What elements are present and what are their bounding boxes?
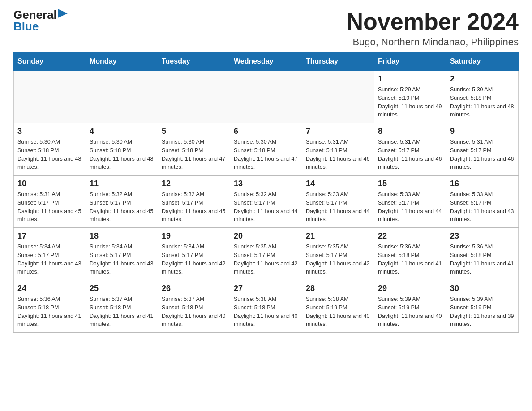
day-info: Sunrise: 5:30 AM Sunset: 5:18 PM Dayligh… [450,86,515,119]
calendar-cell: 12Sunrise: 5:32 AM Sunset: 5:17 PM Dayli… [158,176,230,228]
calendar-cell: 11Sunrise: 5:32 AM Sunset: 5:17 PM Dayli… [86,176,158,228]
calendar-cell [230,70,302,123]
day-number: 26 [162,284,226,293]
day-number: 24 [17,284,82,293]
day-number: 21 [306,231,370,241]
calendar-week-row: 3Sunrise: 5:30 AM Sunset: 5:18 PM Daylig… [14,123,519,176]
calendar-cell: 28Sunrise: 5:38 AM Sunset: 5:19 PM Dayli… [302,280,374,333]
calendar-week-row: 10Sunrise: 5:31 AM Sunset: 5:17 PM Dayli… [14,176,519,228]
calendar-cell: 18Sunrise: 5:34 AM Sunset: 5:17 PM Dayli… [86,228,158,280]
calendar-header-friday: Friday [374,53,446,71]
day-number: 17 [17,231,82,241]
calendar-cell: 21Sunrise: 5:35 AM Sunset: 5:17 PM Dayli… [302,228,374,280]
calendar-cell: 1Sunrise: 5:29 AM Sunset: 5:19 PM Daylig… [374,70,446,123]
page-title: November 2024 [347,9,519,34]
calendar-cell: 17Sunrise: 5:34 AM Sunset: 5:17 PM Dayli… [14,228,86,280]
calendar-cell: 26Sunrise: 5:37 AM Sunset: 5:18 PM Dayli… [158,280,230,333]
calendar-cell: 25Sunrise: 5:37 AM Sunset: 5:18 PM Dayli… [86,280,158,333]
calendar-cell: 24Sunrise: 5:36 AM Sunset: 5:18 PM Dayli… [14,280,86,333]
day-info: Sunrise: 5:31 AM Sunset: 5:18 PM Dayligh… [306,138,370,171]
logo-general-text: General [13,9,57,21]
calendar-cell [14,70,86,123]
day-number: 6 [234,127,298,136]
calendar-header-monday: Monday [86,53,158,71]
calendar-header-wednesday: Wednesday [230,53,302,71]
calendar-cell: 20Sunrise: 5:35 AM Sunset: 5:17 PM Dayli… [230,228,302,280]
day-info: Sunrise: 5:34 AM Sunset: 5:17 PM Dayligh… [162,243,226,276]
day-number: 8 [378,127,442,136]
day-number: 15 [378,179,442,188]
day-number: 13 [234,179,298,188]
day-number: 14 [306,179,370,188]
calendar-cell: 30Sunrise: 5:39 AM Sunset: 5:19 PM Dayli… [446,280,518,333]
calendar-cell: 23Sunrise: 5:36 AM Sunset: 5:18 PM Dayli… [446,228,518,280]
calendar-cell [158,70,230,123]
calendar-cell: 16Sunrise: 5:33 AM Sunset: 5:17 PM Dayli… [446,176,518,228]
day-number: 1 [378,74,442,84]
calendar-cell [86,70,158,123]
day-number: 18 [90,231,154,241]
day-number: 11 [90,179,154,188]
day-number: 25 [90,284,154,293]
day-number: 9 [450,127,515,136]
day-number: 28 [306,284,370,293]
day-info: Sunrise: 5:37 AM Sunset: 5:18 PM Dayligh… [162,295,226,329]
day-number: 16 [450,179,515,188]
day-info: Sunrise: 5:31 AM Sunset: 5:17 PM Dayligh… [450,138,515,171]
calendar-cell [302,70,374,123]
day-number: 3 [17,127,82,136]
day-info: Sunrise: 5:35 AM Sunset: 5:17 PM Dayligh… [306,243,370,276]
day-info: Sunrise: 5:37 AM Sunset: 5:18 PM Dayligh… [90,295,154,329]
calendar-cell: 15Sunrise: 5:33 AM Sunset: 5:17 PM Dayli… [374,176,446,228]
page-subtitle: Bugo, Northern Mindanao, Philippines [347,36,519,48]
day-info: Sunrise: 5:34 AM Sunset: 5:17 PM Dayligh… [17,243,82,276]
day-info: Sunrise: 5:35 AM Sunset: 5:17 PM Dayligh… [234,243,298,276]
calendar-cell: 10Sunrise: 5:31 AM Sunset: 5:17 PM Dayli… [14,176,86,228]
day-info: Sunrise: 5:36 AM Sunset: 5:18 PM Dayligh… [378,243,442,276]
day-info: Sunrise: 5:39 AM Sunset: 5:19 PM Dayligh… [450,295,515,329]
day-number: 23 [450,231,515,241]
calendar-header-row: SundayMondayTuesdayWednesdayThursdayFrid… [14,53,519,71]
calendar-header-sunday: Sunday [14,53,86,71]
day-number: 27 [234,284,298,293]
day-number: 4 [90,127,154,136]
day-info: Sunrise: 5:31 AM Sunset: 5:17 PM Dayligh… [378,138,442,171]
day-number: 30 [450,284,515,293]
day-info: Sunrise: 5:32 AM Sunset: 5:17 PM Dayligh… [234,190,298,224]
calendar-cell: 7Sunrise: 5:31 AM Sunset: 5:18 PM Daylig… [302,123,374,176]
calendar-cell: 4Sunrise: 5:30 AM Sunset: 5:18 PM Daylig… [86,123,158,176]
day-number: 2 [450,74,515,84]
day-info: Sunrise: 5:29 AM Sunset: 5:19 PM Dayligh… [378,86,442,119]
day-number: 7 [306,127,370,136]
day-info: Sunrise: 5:30 AM Sunset: 5:18 PM Dayligh… [162,138,226,171]
day-info: Sunrise: 5:38 AM Sunset: 5:19 PM Dayligh… [306,295,370,329]
calendar-cell: 2Sunrise: 5:30 AM Sunset: 5:18 PM Daylig… [446,70,518,123]
calendar-cell: 22Sunrise: 5:36 AM Sunset: 5:18 PM Dayli… [374,228,446,280]
calendar-cell: 29Sunrise: 5:39 AM Sunset: 5:19 PM Dayli… [374,280,446,333]
calendar-cell: 5Sunrise: 5:30 AM Sunset: 5:18 PM Daylig… [158,123,230,176]
day-info: Sunrise: 5:36 AM Sunset: 5:18 PM Dayligh… [17,295,82,329]
day-info: Sunrise: 5:31 AM Sunset: 5:17 PM Dayligh… [17,190,82,224]
calendar-week-row: 24Sunrise: 5:36 AM Sunset: 5:18 PM Dayli… [14,280,519,333]
calendar-cell: 27Sunrise: 5:38 AM Sunset: 5:18 PM Dayli… [230,280,302,333]
day-info: Sunrise: 5:32 AM Sunset: 5:17 PM Dayligh… [162,190,226,224]
logo-arrow-icon [58,9,68,19]
calendar-header-tuesday: Tuesday [158,53,230,71]
calendar-cell: 19Sunrise: 5:34 AM Sunset: 5:17 PM Dayli… [158,228,230,280]
day-info: Sunrise: 5:33 AM Sunset: 5:17 PM Dayligh… [378,190,442,224]
title-block: November 2024 Bugo, Northern Mindanao, P… [347,9,519,48]
calendar-header-saturday: Saturday [446,53,518,71]
svg-marker-0 [58,9,68,18]
day-number: 29 [378,284,442,293]
calendar-week-row: 1Sunrise: 5:29 AM Sunset: 5:19 PM Daylig… [14,70,519,123]
day-number: 5 [162,127,226,136]
calendar-header-thursday: Thursday [302,53,374,71]
day-info: Sunrise: 5:33 AM Sunset: 5:17 PM Dayligh… [450,190,515,224]
day-number: 22 [378,231,442,241]
calendar-cell: 3Sunrise: 5:30 AM Sunset: 5:18 PM Daylig… [14,123,86,176]
page-header: General Blue November 2024 Bugo, Norther… [13,9,519,48]
calendar-cell: 13Sunrise: 5:32 AM Sunset: 5:17 PM Dayli… [230,176,302,228]
day-info: Sunrise: 5:33 AM Sunset: 5:17 PM Dayligh… [306,190,370,224]
calendar-cell: 8Sunrise: 5:31 AM Sunset: 5:17 PM Daylig… [374,123,446,176]
day-number: 12 [162,179,226,188]
